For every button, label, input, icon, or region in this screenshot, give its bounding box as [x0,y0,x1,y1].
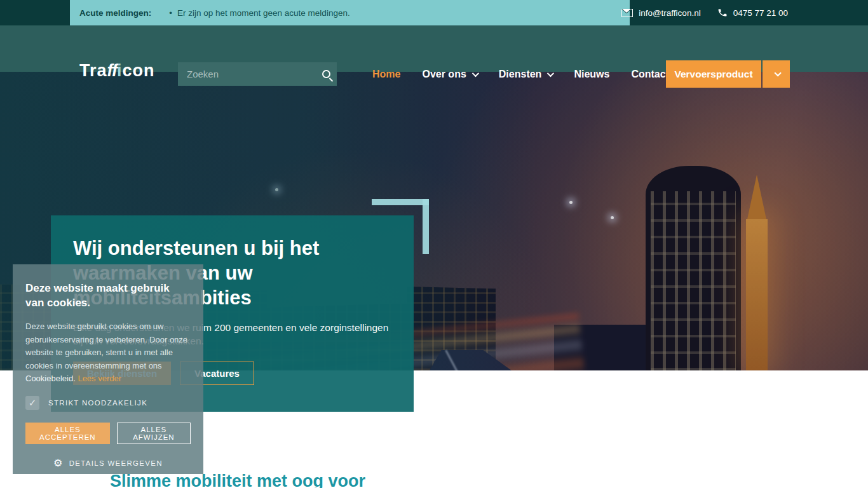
phone-link[interactable]: 0475 77 21 00 [717,8,788,18]
strictly-necessary-label: STRIKT NOODZAKELIJK [48,399,147,407]
envelope-icon [621,9,633,17]
contact-info: info@trafficon.nl 0475 77 21 00 [621,0,868,25]
show-details-button[interactable]: ⚙ DETAILS WEERGEVEN [25,458,191,468]
alert-band: Acute meldingen: •Er zijn op het moment … [70,0,630,25]
read-more-link[interactable]: Lees verder [78,374,121,383]
alert-message-text: Er zijn op het moment geen acute melding… [177,8,350,18]
chevron-down-icon [774,69,781,76]
search-box [178,62,337,86]
chevron-down-icon [547,69,554,76]
email-link[interactable]: info@trafficon.nl [621,8,701,18]
nav-home-label: Home [372,69,400,80]
alert-message: •Er zijn op het moment geen acute meldin… [169,8,349,18]
accept-all-button[interactable]: ALLES ACCEPTEREN [25,423,110,444]
decorative-bracket-horizontal [372,199,429,205]
nav-over-ons[interactable]: Over ons [422,69,477,80]
cookie-buttons: ALLES ACCEPTEREN ALLES AFWIJZEN [25,423,191,444]
trafficon-logo[interactable]: Trafficon [79,61,155,81]
check-icon: ✓ [29,397,37,409]
nav-nieuws-label: Nieuws [574,69,609,80]
nav-nieuws[interactable]: Nieuws [574,69,609,80]
main-header: Trafficon Home Over ons Diensten Nieuws … [0,25,868,72]
alert-label: Acute meldingen: [79,8,151,18]
cookie-policy-text: Cookiebeleid. [25,374,76,383]
strictly-necessary-row: ✓ STRIKT NOODZAKELIJK [25,396,191,410]
phone-text: 0475 77 21 00 [733,8,788,18]
bullet-icon: • [169,8,172,18]
email-text: info@trafficon.nl [639,8,701,18]
phone-icon [717,7,728,18]
search-input[interactable] [187,69,322,79]
vervoersproduct-split-button: Vervoersproduct [666,60,790,88]
logo-ff: ff [107,61,118,80]
nav-diensten-label: Diensten [499,69,542,80]
nav-contact[interactable]: Contact [631,69,669,80]
reject-all-button[interactable]: ALLES AFWIJZEN [117,423,191,444]
cookie-body: Deze website gebruikt cookies om uw gebr… [25,320,192,386]
cookie-body-text: Deze website gebruikt cookies om uw gebr… [25,322,187,370]
page: Slimme mobiliteit met oog voor Wij onder… [0,0,868,488]
gear-icon: ⚙ [53,458,64,468]
logo-text: Tra [79,61,107,80]
cookie-title: Deze website maakt gebruik van cookies. [25,281,184,310]
logo-text: con [123,61,155,80]
cookie-consent-dialog: Deze website maakt gebruik van cookies. … [13,264,203,474]
vervoersproduct-button[interactable]: Vervoersproduct [666,60,761,88]
nav-home[interactable]: Home [372,69,400,80]
decorative-bracket-vertical [423,199,429,254]
search-icon[interactable] [322,70,330,78]
strictly-necessary-checkbox[interactable]: ✓ [25,396,39,410]
top-alert-bar: Acute meldingen: •Er zijn op het moment … [0,0,868,25]
nav-over-ons-label: Over ons [422,69,466,80]
main-nav: Home Over ons Diensten Nieuws Contact [372,51,669,97]
nav-diensten[interactable]: Diensten [499,69,553,80]
chevron-down-icon [472,69,479,76]
nav-contact-label: Contact [631,69,669,80]
show-details-label: DETAILS WEERGEVEN [69,459,163,467]
logo-i: i [117,61,123,80]
vervoersproduct-dropdown-button[interactable] [763,60,790,88]
